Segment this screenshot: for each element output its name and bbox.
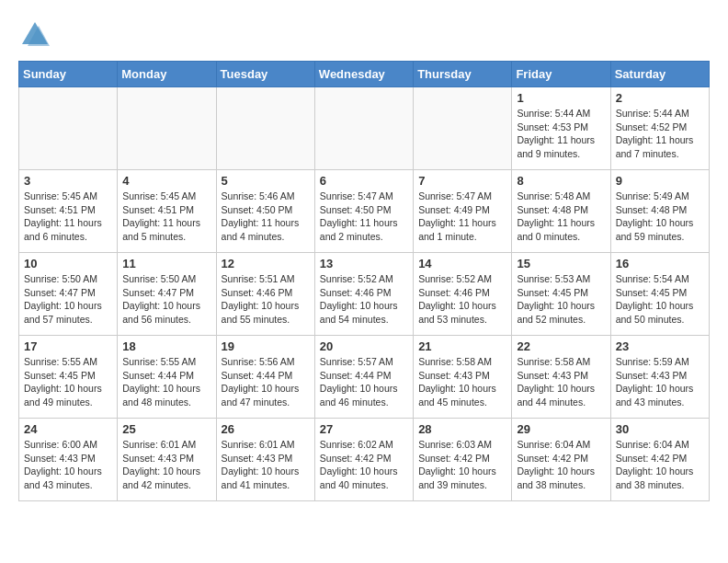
- day-cell: 4Sunrise: 5:45 AM Sunset: 4:51 PM Daylig…: [118, 170, 216, 253]
- day-cell: 28Sunrise: 6:03 AM Sunset: 4:42 PM Dayli…: [414, 419, 512, 501]
- day-number: 5: [222, 174, 310, 188]
- day-number: 27: [320, 422, 408, 436]
- day-info: Sunrise: 5:54 AM Sunset: 4:45 PM Dayligh…: [616, 272, 704, 327]
- day-number: 1: [517, 91, 605, 105]
- day-number: 18: [122, 339, 210, 353]
- day-cell: 21Sunrise: 5:58 AM Sunset: 4:43 PM Dayli…: [414, 336, 512, 419]
- day-cell: 22Sunrise: 5:58 AM Sunset: 4:43 PM Dayli…: [512, 336, 610, 419]
- day-number: 19: [222, 339, 310, 353]
- day-cell: 20Sunrise: 5:57 AM Sunset: 4:44 PM Dayli…: [314, 336, 413, 419]
- week-row-1: 1Sunrise: 5:44 AM Sunset: 4:53 PM Daylig…: [19, 87, 710, 170]
- day-number: 20: [320, 339, 408, 353]
- logo: [18, 18, 55, 52]
- day-cell: 5Sunrise: 5:46 AM Sunset: 4:50 PM Daylig…: [216, 170, 314, 253]
- week-row-2: 3Sunrise: 5:45 AM Sunset: 4:51 PM Daylig…: [19, 170, 710, 253]
- day-cell: 1Sunrise: 5:44 AM Sunset: 4:53 PM Daylig…: [512, 87, 610, 170]
- day-number: 10: [24, 257, 112, 270]
- calendar-body: 1Sunrise: 5:44 AM Sunset: 4:53 PM Daylig…: [19, 87, 710, 501]
- day-info: Sunrise: 5:55 AM Sunset: 4:45 PM Dayligh…: [24, 355, 112, 409]
- day-number: 6: [320, 174, 408, 188]
- day-number: 3: [24, 174, 112, 188]
- day-info: Sunrise: 5:44 AM Sunset: 4:53 PM Dayligh…: [517, 107, 605, 161]
- day-cell: 3Sunrise: 5:45 AM Sunset: 4:51 PM Daylig…: [19, 170, 118, 253]
- logo-icon: [18, 18, 51, 52]
- weekday-tuesday: Tuesday: [216, 62, 314, 87]
- weekday-wednesday: Wednesday: [314, 62, 413, 87]
- day-number: 21: [418, 339, 506, 353]
- day-cell: 24Sunrise: 6:00 AM Sunset: 4:43 PM Dayli…: [19, 419, 118, 501]
- day-cell: 23Sunrise: 5:59 AM Sunset: 4:43 PM Dayli…: [610, 336, 709, 419]
- day-cell: 14Sunrise: 5:52 AM Sunset: 4:46 PM Dayli…: [414, 253, 512, 336]
- day-info: Sunrise: 5:53 AM Sunset: 4:45 PM Dayligh…: [517, 272, 605, 327]
- week-row-4: 17Sunrise: 5:55 AM Sunset: 4:45 PM Dayli…: [19, 336, 710, 419]
- day-info: Sunrise: 5:49 AM Sunset: 4:48 PM Dayligh…: [616, 190, 704, 244]
- day-info: Sunrise: 5:50 AM Sunset: 4:47 PM Dayligh…: [24, 272, 112, 327]
- day-number: 17: [24, 339, 112, 353]
- calendar-table: SundayMondayTuesdayWednesdayThursdayFrid…: [18, 61, 710, 501]
- header: [18, 18, 710, 52]
- day-info: Sunrise: 5:44 AM Sunset: 4:52 PM Dayligh…: [616, 107, 704, 161]
- day-cell: 25Sunrise: 6:01 AM Sunset: 4:43 PM Dayli…: [118, 419, 216, 501]
- day-number: 26: [222, 422, 310, 436]
- day-number: 22: [517, 339, 605, 353]
- day-cell: 18Sunrise: 5:55 AM Sunset: 4:44 PM Dayli…: [118, 336, 216, 419]
- weekday-header-row: SundayMondayTuesdayWednesdayThursdayFrid…: [19, 62, 710, 87]
- weekday-sunday: Sunday: [19, 62, 118, 87]
- day-cell: 9Sunrise: 5:49 AM Sunset: 4:48 PM Daylig…: [610, 170, 709, 253]
- day-info: Sunrise: 6:01 AM Sunset: 4:43 PM Dayligh…: [222, 438, 310, 492]
- weekday-saturday: Saturday: [610, 62, 709, 87]
- day-info: Sunrise: 5:45 AM Sunset: 4:51 PM Dayligh…: [24, 190, 112, 244]
- day-number: 8: [517, 174, 605, 188]
- day-info: Sunrise: 5:56 AM Sunset: 4:44 PM Dayligh…: [222, 355, 310, 409]
- day-number: 7: [418, 174, 506, 188]
- day-cell: 19Sunrise: 5:56 AM Sunset: 4:44 PM Dayli…: [216, 336, 314, 419]
- day-number: 2: [616, 91, 704, 105]
- day-info: Sunrise: 5:59 AM Sunset: 4:43 PM Dayligh…: [616, 355, 704, 409]
- day-cell: [216, 87, 314, 170]
- day-cell: 8Sunrise: 5:48 AM Sunset: 4:48 PM Daylig…: [512, 170, 610, 253]
- day-cell: [314, 87, 413, 170]
- day-number: 30: [616, 422, 704, 436]
- weekday-friday: Friday: [512, 62, 610, 87]
- day-info: Sunrise: 5:51 AM Sunset: 4:46 PM Dayligh…: [222, 272, 310, 327]
- weekday-thursday: Thursday: [414, 62, 512, 87]
- day-info: Sunrise: 5:52 AM Sunset: 4:46 PM Dayligh…: [320, 272, 408, 327]
- day-cell: 15Sunrise: 5:53 AM Sunset: 4:45 PM Dayli…: [512, 253, 610, 336]
- day-cell: 13Sunrise: 5:52 AM Sunset: 4:46 PM Dayli…: [314, 253, 413, 336]
- day-number: 13: [320, 257, 408, 270]
- day-number: 4: [122, 174, 210, 188]
- day-number: 11: [122, 257, 210, 270]
- day-info: Sunrise: 5:57 AM Sunset: 4:44 PM Dayligh…: [320, 355, 408, 409]
- page: SundayMondayTuesdayWednesdayThursdayFrid…: [0, 0, 728, 511]
- day-number: 16: [616, 257, 704, 270]
- day-number: 12: [222, 257, 310, 270]
- day-info: Sunrise: 6:00 AM Sunset: 4:43 PM Dayligh…: [24, 438, 112, 492]
- day-info: Sunrise: 6:04 AM Sunset: 4:42 PM Dayligh…: [616, 438, 704, 492]
- day-cell: [414, 87, 512, 170]
- day-number: 23: [616, 339, 704, 353]
- day-number: 28: [418, 422, 506, 436]
- day-cell: [19, 87, 118, 170]
- day-info: Sunrise: 5:50 AM Sunset: 4:47 PM Dayligh…: [122, 272, 210, 327]
- day-info: Sunrise: 5:52 AM Sunset: 4:46 PM Dayligh…: [418, 272, 506, 327]
- day-number: 25: [122, 422, 210, 436]
- day-info: Sunrise: 5:47 AM Sunset: 4:49 PM Dayligh…: [418, 190, 506, 244]
- day-info: Sunrise: 5:55 AM Sunset: 4:44 PM Dayligh…: [122, 355, 210, 409]
- day-cell: 16Sunrise: 5:54 AM Sunset: 4:45 PM Dayli…: [610, 253, 709, 336]
- day-number: 29: [517, 422, 605, 436]
- day-cell: 17Sunrise: 5:55 AM Sunset: 4:45 PM Dayli…: [19, 336, 118, 419]
- day-info: Sunrise: 5:58 AM Sunset: 4:43 PM Dayligh…: [418, 355, 506, 409]
- weekday-monday: Monday: [118, 62, 216, 87]
- day-cell: 27Sunrise: 6:02 AM Sunset: 4:42 PM Dayli…: [314, 419, 413, 501]
- day-number: 24: [24, 422, 112, 436]
- day-number: 9: [616, 174, 704, 188]
- day-info: Sunrise: 5:45 AM Sunset: 4:51 PM Dayligh…: [122, 190, 210, 244]
- day-cell: 26Sunrise: 6:01 AM Sunset: 4:43 PM Dayli…: [216, 419, 314, 501]
- day-cell: 29Sunrise: 6:04 AM Sunset: 4:42 PM Dayli…: [512, 419, 610, 501]
- day-info: Sunrise: 5:47 AM Sunset: 4:50 PM Dayligh…: [320, 190, 408, 244]
- day-cell: 6Sunrise: 5:47 AM Sunset: 4:50 PM Daylig…: [314, 170, 413, 253]
- day-cell: 7Sunrise: 5:47 AM Sunset: 4:49 PM Daylig…: [414, 170, 512, 253]
- day-info: Sunrise: 6:02 AM Sunset: 4:42 PM Dayligh…: [320, 438, 408, 492]
- day-number: 15: [517, 257, 605, 270]
- day-info: Sunrise: 6:03 AM Sunset: 4:42 PM Dayligh…: [418, 438, 506, 492]
